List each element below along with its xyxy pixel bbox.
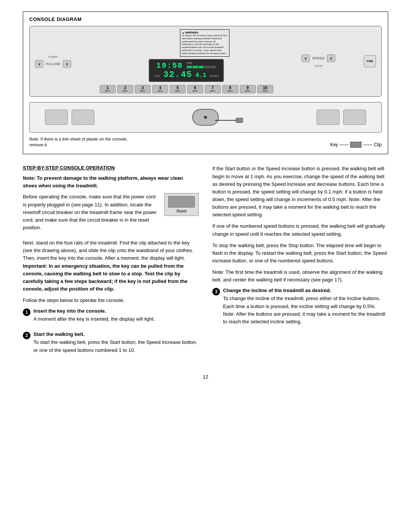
lower-right-btn-2 (343, 110, 366, 125)
section-title: STEP-BY-STEP CONSOLE OPERATION (23, 165, 199, 171)
speed-down-button[interactable]: ∨ (301, 54, 310, 62)
step-3-title: Change the incline of the treadmill as d… (223, 288, 388, 293)
reset-img-inner (168, 196, 195, 208)
emergency-text: Important: In an emergency situation, th… (23, 263, 188, 292)
fan-button[interactable]: FAN (364, 55, 376, 67)
clip-icon (350, 142, 362, 148)
console-lower-panel (29, 102, 382, 133)
speed-button-1[interactable]: 1MPH (100, 85, 116, 93)
left-column: STEP-BY-STEP CONSOLE OPERATION Note: To … (23, 165, 199, 362)
clip-label: Clip (374, 142, 382, 147)
right-para4: Note: The first time the treadmill is us… (212, 268, 388, 284)
incline-label: INCLINE (46, 62, 61, 66)
speed-label: SPEED (209, 75, 218, 77)
clip-line-svg (215, 117, 245, 128)
lower-right-btn-1 (317, 110, 339, 125)
dash-clip: —— (363, 142, 372, 147)
right-para1: If the Start button or the Speed increas… (212, 165, 388, 219)
display-screen: 19:58 TIME DIST 32.45 (149, 59, 224, 82)
dist-display: 32.45 (163, 70, 192, 80)
time-display: 19:58 (156, 61, 183, 70)
step-2-content: Start the walking belt. To start the wal… (33, 331, 199, 358)
console-diagram-section: CONSOLE DIAGRAM START ∨ INCLINE ∧ ▲ WARN… (23, 11, 388, 154)
step-3: 3 Change the incline of the treadmill as… (212, 288, 388, 329)
console-note: Note: If there is a thin sheet of plasti… (29, 136, 128, 148)
intro-para2: Next, stand on the foot rails of the tre… (23, 239, 199, 293)
right-para2: If one of the numbered speed buttons is … (212, 222, 388, 238)
follow-steps-text: Follow the steps below to operate the co… (23, 297, 199, 304)
lower-left-buttons (45, 110, 94, 125)
warning-text: To reduce risk of serious injury, stand … (182, 34, 228, 55)
stop-label: STOP (314, 64, 323, 68)
step-3-body: To change the incline of the treadmill, … (223, 295, 388, 326)
bold-note: Note: To prevent damage to the walking p… (23, 174, 199, 189)
dist-label: DIST (154, 75, 160, 77)
warning-title: ▲ WARNING: (182, 31, 228, 34)
incline-down-button[interactable]: ∨ (35, 60, 43, 68)
speed-display: 4.1 (195, 72, 206, 79)
display-bar (186, 65, 217, 69)
right-column: If the Start button or the Speed increas… (212, 165, 388, 362)
console-center-area: ▲ WARNING: To reduce risk of serious inj… (100, 29, 273, 93)
reset-image: Reset (164, 193, 199, 216)
reset-label: Reset (177, 209, 186, 213)
console-panel: START ∨ INCLINE ∧ ▲ WARNING: To reduce r… (29, 26, 382, 97)
step-1-title: Insert the key into the console. (33, 308, 199, 314)
time-label: TIME (186, 62, 217, 64)
speed-button-8[interactable]: 8MPH (222, 85, 238, 93)
svg-rect-1 (236, 118, 243, 123)
speed-button-6[interactable]: 6MPH (187, 85, 203, 93)
step-1: 1 Insert the key into the console. A mom… (23, 308, 199, 327)
key-label: Key (330, 142, 338, 147)
speed-button-10[interactable]: 10MPH (257, 85, 273, 93)
speed-buttons-row: 1MPH 2MPH 3MPH 4MPH 5MPH 6MPH 7MPH 8MPH … (100, 85, 273, 93)
speed-button-3[interactable]: 3MPH (135, 85, 151, 93)
speed-up-button[interactable]: ∧ (327, 54, 335, 62)
diagram-footer: Note: If there is a thin sheet of plasti… (29, 136, 382, 148)
step-1-content: Insert the key into the console. A momen… (33, 308, 199, 327)
display-bottom: DIST 32.45 4.1 SPEED (154, 70, 218, 80)
key-clip-labels: Key —— —— Clip (330, 142, 382, 148)
speed-button-4[interactable]: 4MPH (152, 85, 168, 93)
lower-right-buttons (317, 110, 366, 125)
incline-controls: ∨ INCLINE ∧ (35, 60, 71, 68)
step-2-number: 2 (23, 332, 30, 339)
console-right-area: ∨ SPEED ∧ STOP (301, 54, 335, 68)
step-2-body: To start the walking belt, press the Sta… (33, 339, 199, 354)
speed-arrow-controls: ∨ SPEED ∧ (301, 54, 335, 62)
step-2: 2 Start the walking belt. To start the w… (23, 331, 199, 358)
main-content: STEP-BY-STEP CONSOLE OPERATION Note: To … (23, 165, 388, 362)
speed-button-9[interactable]: 9MPH (240, 85, 256, 93)
step-2-title: Start the walking belt. (33, 331, 199, 337)
step-1-body: A moment after the key is inserted, the … (33, 315, 199, 323)
speed-ctrl-label: SPEED (312, 56, 325, 60)
step-3-content: Change the incline of the treadmill as d… (223, 288, 388, 329)
right-para3: To stop the walking belt, press the Stop… (212, 242, 388, 265)
key-dash: —— (339, 142, 349, 147)
step-3-number: 3 (212, 288, 220, 296)
reset-text: Before operating the console, make sure … (23, 193, 158, 235)
key-dot (204, 116, 207, 119)
step-1-number: 1 (23, 308, 30, 316)
console-diagram-title: CONSOLE DIAGRAM (29, 16, 382, 22)
incline-up-button[interactable]: ∧ (63, 60, 71, 68)
speed-button-2[interactable]: 2MPH (117, 85, 133, 93)
key-clip-area (192, 109, 219, 126)
lower-left-btn-2 (72, 110, 94, 125)
start-label: START (48, 55, 58, 59)
speed-button-5[interactable]: 5MPH (170, 85, 186, 93)
speed-button-7[interactable]: 7MPH (205, 85, 221, 93)
lower-left-btn-1 (45, 110, 68, 125)
warning-box: ▲ WARNING: To reduce risk of serious inj… (180, 29, 229, 57)
reset-area: Before operating the console, make sure … (23, 193, 199, 235)
intro-para1: Before operating the console, make sure … (23, 193, 158, 232)
lower-buttons-row (30, 109, 381, 126)
page-number: 12 (23, 374, 388, 380)
console-left-area: START ∨ INCLINE ∧ (35, 54, 71, 68)
